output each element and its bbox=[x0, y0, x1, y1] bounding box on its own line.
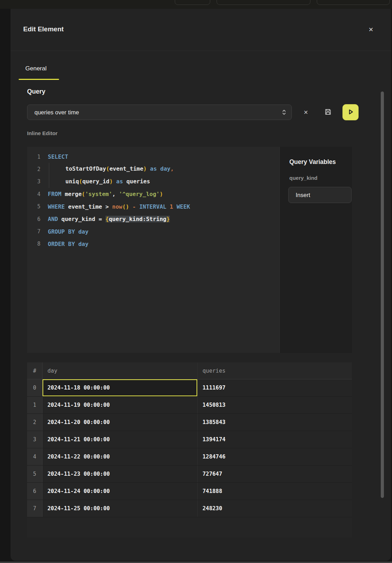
cell-queries[interactable]: 248230 bbox=[198, 500, 352, 517]
code-text: ORDER BY day bbox=[48, 241, 89, 247]
table-row: 22024-11-20 00:00:001385843 bbox=[27, 414, 352, 431]
code-token: WHERE bbox=[48, 203, 65, 210]
clear-query-button[interactable]: ✕ bbox=[299, 104, 313, 120]
code-token: merge bbox=[65, 191, 82, 197]
insert-variable-button[interactable]: Insert bbox=[288, 187, 352, 203]
code-token: ( bbox=[106, 166, 110, 172]
code-token bbox=[58, 216, 62, 222]
code-text: WHERE event_time > now() - INTERVAL 1 WE… bbox=[48, 203, 190, 210]
selected-cell[interactable]: 2024-11-18 00:00:00 bbox=[43, 379, 198, 396]
code-token bbox=[123, 178, 127, 185]
code-token: = bbox=[95, 216, 105, 222]
cell-queries[interactable]: 1385843 bbox=[198, 414, 352, 431]
code-line-6: 6AND query_kind = {query_kind:String} bbox=[27, 213, 279, 225]
cell-queries[interactable]: 1111697 bbox=[198, 379, 352, 396]
cell-queries[interactable]: 1450813 bbox=[198, 397, 352, 413]
query-variable-name: query_kind bbox=[289, 175, 352, 181]
run-query-button[interactable] bbox=[342, 104, 359, 120]
save-button[interactable] bbox=[321, 104, 335, 120]
bottom-window-edge bbox=[0, 562, 392, 563]
table-row: 02024-11-18 00:00:001111697 bbox=[27, 379, 352, 397]
indent-guide bbox=[49, 176, 65, 188]
header-queries[interactable]: queries bbox=[198, 362, 352, 379]
page-title: Edit Element bbox=[23, 25, 64, 33]
row-index: 1 bbox=[27, 397, 43, 413]
code-token bbox=[65, 203, 68, 210]
code-token: , bbox=[112, 191, 119, 197]
row-index: 2 bbox=[27, 414, 43, 431]
code-token: query_kind:String bbox=[109, 216, 166, 222]
cell-day[interactable]: 2024-11-20 00:00:00 bbox=[43, 414, 198, 431]
close-icon[interactable]: ✕ bbox=[366, 25, 376, 35]
header-day[interactable]: day bbox=[43, 362, 198, 379]
code-token bbox=[157, 166, 160, 172]
code-token: AND bbox=[48, 216, 58, 222]
code-token: ( bbox=[79, 178, 83, 185]
row-index: 5 bbox=[27, 466, 43, 482]
code-token bbox=[65, 228, 68, 235]
query-select[interactable]: queries over time bbox=[27, 105, 292, 120]
line-number: 4 bbox=[27, 191, 40, 197]
code-text: toStartOfDay(event_time) as day, bbox=[48, 163, 174, 175]
code-token: day bbox=[78, 228, 89, 235]
code-token: { bbox=[105, 216, 109, 222]
query-section-heading: Query bbox=[27, 88, 45, 95]
query-variables-panel: Query Variables query_kind Insert bbox=[279, 147, 352, 353]
code-token: BY bbox=[68, 241, 75, 247]
cell-day[interactable]: 2024-11-21 00:00:00 bbox=[43, 431, 198, 448]
code-token bbox=[75, 228, 78, 235]
code-token: ) bbox=[160, 191, 163, 197]
tab-general[interactable]: General bbox=[19, 62, 53, 76]
header-index[interactable]: # bbox=[27, 362, 43, 379]
cell-day[interactable]: 2024-11-24 00:00:00 bbox=[43, 483, 198, 500]
background-button-stub bbox=[217, 0, 310, 5]
table-header-row: #dayqueries bbox=[27, 362, 352, 379]
row-index: 4 bbox=[27, 448, 43, 465]
code-token bbox=[65, 241, 68, 247]
cell-queries[interactable]: 1394174 bbox=[198, 431, 352, 448]
code-line-4: 4FROM merge('system', '^query_log') bbox=[27, 188, 279, 200]
inline-editor-label: Inline Editor bbox=[27, 130, 58, 136]
code-line-8: 8ORDER BY day bbox=[27, 238, 279, 250]
code-line-7: 7GROUP BY day bbox=[27, 225, 279, 238]
cell-queries[interactable]: 1284746 bbox=[198, 448, 352, 465]
code-token: WEEK bbox=[176, 203, 190, 210]
table-row: 42024-11-22 00:00:001284746 bbox=[27, 448, 352, 466]
code-token: ORDER bbox=[48, 241, 65, 247]
line-number: 7 bbox=[27, 228, 40, 235]
code-line-3: 3uniq(query_id) as queries bbox=[27, 176, 279, 188]
code-line-1: 1SELECT bbox=[27, 151, 279, 163]
code-token bbox=[113, 178, 116, 185]
background-button-stub bbox=[317, 0, 390, 5]
code-token: queries bbox=[126, 178, 150, 185]
code-token: query_id bbox=[82, 178, 109, 185]
code-token: '^query_log' bbox=[119, 191, 160, 197]
code-text: FROM merge('system', '^query_log') bbox=[48, 191, 163, 197]
background-button-stub bbox=[175, 0, 210, 5]
cell-day[interactable]: 2024-11-25 00:00:00 bbox=[43, 500, 198, 517]
cell-day[interactable]: 2024-11-19 00:00:00 bbox=[43, 397, 198, 413]
cell-queries[interactable]: 727647 bbox=[198, 466, 352, 482]
cell-day[interactable]: 2024-11-23 00:00:00 bbox=[43, 466, 198, 482]
code-token: INTERVAL bbox=[139, 203, 166, 210]
cell-queries[interactable]: 741888 bbox=[198, 483, 352, 500]
row-index: 7 bbox=[27, 500, 43, 517]
table-row: 12024-11-19 00:00:001450813 bbox=[27, 397, 352, 414]
code-token: now bbox=[112, 203, 122, 210]
inline-editor: 1SELECT2toStartOfDay(event_time) as day,… bbox=[27, 147, 352, 353]
code-token: uniq bbox=[65, 178, 79, 185]
code-token: event_time bbox=[109, 166, 143, 172]
code-token: SELECT bbox=[48, 153, 68, 160]
header-divider bbox=[11, 51, 391, 51]
code-token: ) bbox=[109, 178, 113, 185]
code-text: uniq(query_id) as queries bbox=[48, 176, 150, 188]
table-row: 32024-11-21 00:00:001394174 bbox=[27, 431, 352, 448]
code-token: day bbox=[160, 166, 171, 172]
sql-editor[interactable]: 1SELECT2toStartOfDay(event_time) as day,… bbox=[27, 147, 279, 353]
code-token: BY bbox=[68, 228, 75, 235]
vertical-scrollbar[interactable] bbox=[381, 91, 384, 498]
code-token: FROM bbox=[48, 191, 62, 197]
code-text: AND query_kind = {query_kind:String} bbox=[48, 216, 170, 222]
code-token bbox=[75, 241, 78, 247]
cell-day[interactable]: 2024-11-22 00:00:00 bbox=[43, 448, 198, 465]
